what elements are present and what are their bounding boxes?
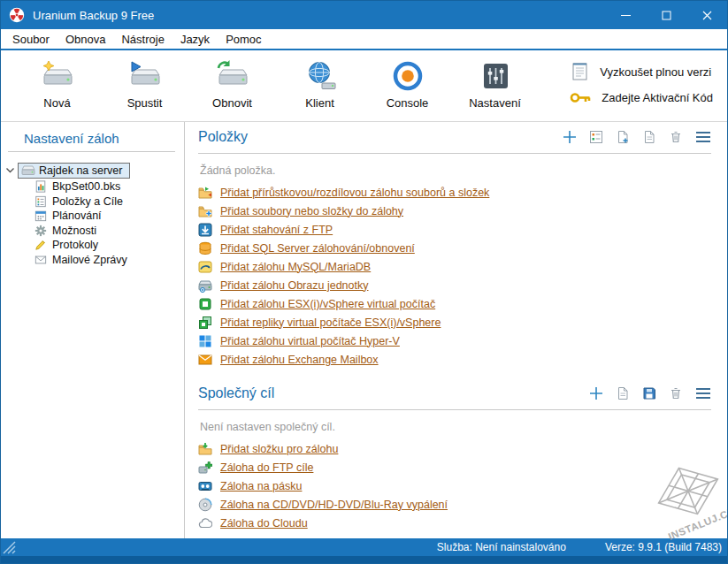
activation-code-label: Zadejte Aktivační Kód (602, 91, 713, 104)
backup-tree: Rajdek na server BkpSet00.bks (1, 161, 184, 267)
tree-item-planovani[interactable]: Plánování (1, 209, 184, 224)
client-button[interactable]: Klient (276, 57, 364, 110)
new-backup-button[interactable]: Nová (13, 57, 101, 110)
enter-activation-code-button[interactable]: Zadejte Aktivační Kód (570, 90, 713, 105)
tree-root-rajdek-na-server[interactable]: Rajdek na server (1, 161, 184, 179)
tree-root-selection: Rajdek na server (18, 163, 130, 179)
settings-button[interactable]: Nastavení (451, 57, 539, 110)
menu-item-pomoc[interactable]: Pomoc (218, 31, 269, 48)
target-empty-text: Není nastaven společný cíl. (200, 421, 711, 434)
hyperv-icon (198, 334, 212, 348)
chevron-down-icon (5, 166, 15, 174)
items-section-rule (198, 153, 711, 154)
new-document-button[interactable] (616, 130, 630, 144)
add-incremental-backup-link[interactable]: Přidat přírůstkovou/rozdílovou zálohu so… (198, 183, 489, 202)
ftp-download-icon (198, 223, 212, 237)
target-section-rule (198, 409, 711, 410)
document-button[interactable] (642, 130, 656, 144)
console-target-icon (392, 58, 424, 94)
menu-item-obnova[interactable]: Obnova (57, 31, 114, 48)
add-hyperv-backup-link[interactable]: Přidat zálohu virtual počítač Hyper-V (198, 332, 400, 350)
tree-item-bkpset[interactable]: BkpSet00.bks (1, 179, 184, 194)
window-title: Uranium Backup 9 Free (33, 9, 605, 22)
add-target-button[interactable] (589, 386, 603, 400)
tree-item-label: Položky a Cíle (52, 195, 123, 208)
toolbar-label-obnovit: Obnovit (212, 96, 252, 110)
tree-item-protokoly[interactable]: Protokoly (1, 238, 184, 253)
add-files-to-backup-link[interactable]: Přidat soubory nebo složky do zálohy (198, 202, 403, 220)
run-backup-button[interactable]: Spustit (101, 57, 188, 110)
try-full-version-button[interactable]: Vyzkoušet plnou verzi (570, 61, 713, 82)
tree-item-polozky-a-cile[interactable]: Položky a Cíle (1, 194, 184, 210)
restore-button[interactable]: Obnovit (188, 57, 276, 110)
try-full-version-label: Vyzkoušet plnou verzi (600, 65, 711, 79)
menu-item-soubor[interactable]: Soubor (4, 31, 57, 48)
target-section-toolbar (589, 386, 711, 400)
add-item-button[interactable] (563, 130, 577, 144)
target-menu-button[interactable] (695, 387, 711, 400)
sql-server-icon (198, 241, 212, 255)
tree-item-mailove-zpravy[interactable]: Mailové Zprávy (1, 253, 184, 268)
add-mysql-backup-link[interactable]: Přidat zálohu MySQL/MariaDB (198, 257, 371, 276)
tree-item-moznosti[interactable]: Možnosti (1, 224, 184, 239)
close-button[interactable] (686, 1, 727, 29)
list-view-button[interactable] (589, 130, 603, 144)
schedule-calendar-icon (34, 210, 47, 222)
version-status: Verze: 9.9.1 (Build 7483) (605, 541, 722, 553)
add-sql-server-backup-link[interactable]: Přidat SQL Server zálohování/obnovení (198, 239, 415, 257)
toolbar-label-klient: Klient (305, 96, 334, 110)
add-exchange-backup-link[interactable]: Přidat zálohu Exchange Mailbox (198, 350, 379, 369)
console-button[interactable]: Console (364, 57, 451, 110)
exchange-icon (198, 353, 212, 367)
add-esx-replica-link[interactable]: Přidat repliky virtual počítače ESX(i)/v… (198, 313, 441, 332)
maximize-button[interactable] (646, 1, 686, 29)
menu-item-nastroje[interactable]: Nástroje (113, 31, 172, 48)
delete-item-button[interactable] (669, 130, 683, 144)
items-menu-button[interactable] (695, 131, 711, 143)
cloud-backup-link[interactable]: Záloha do Cloudu (198, 514, 308, 532)
ftp-target-link[interactable]: Záloha do FTP cíle (198, 458, 313, 476)
bottom-strip (1, 556, 727, 563)
add-drive-image-backup-link[interactable]: Přidat zálohu Obrazu jednotky (198, 276, 368, 294)
target-section-header: Společný cíl (198, 383, 711, 404)
run-backup-drive-icon (126, 58, 164, 94)
menu-item-jazyk[interactable]: Jazyk (172, 31, 218, 48)
add-esx-vm-backup-link[interactable]: Přidat zálohu ESX(i)/vSphere virtual poč… (198, 294, 435, 313)
statusbar: Služba: Není nainstalováno Verze: 9.9.1 … (1, 538, 727, 556)
backup-set-icon (34, 180, 47, 193)
status-texts: Služba: Není nainstalováno Verze: 9.9.1 … (437, 541, 722, 553)
items-section-toolbar (563, 130, 711, 144)
main-panel: Položky (185, 122, 727, 538)
tree-item-label: Mailové Zprávy (52, 254, 127, 266)
mysql-icon (198, 260, 212, 274)
tape-backup-link[interactable]: Záloha na pásku (198, 476, 302, 495)
sidebar-rule (8, 151, 175, 152)
ftp-target-icon (198, 461, 212, 475)
content-area: Nastavení záloh (1, 122, 727, 538)
add-backup-folder-link[interactable]: Přidat složku pro zálohu (198, 439, 338, 458)
client-globe-icon (303, 58, 337, 94)
mail-envelope-icon (34, 254, 47, 266)
options-gear-icon (34, 225, 47, 237)
resize-grip-icon (3, 541, 16, 554)
items-targets-icon (34, 195, 47, 208)
drive-image-icon (198, 278, 212, 293)
app-window: Uranium Backup 9 Free Soubor Obnova Nást… (0, 0, 728, 564)
items-links: Přidat přírůstkovou/rozdílovou zálohu so… (198, 183, 711, 369)
restore-drive-icon (214, 58, 251, 94)
settings-sliders-icon (479, 58, 511, 94)
toolbar-label-nastaveni: Nastavení (469, 96, 521, 110)
minimize-button[interactable] (605, 1, 646, 29)
disc-burn-icon (198, 498, 212, 512)
add-ftp-download-link[interactable]: Přidat stahování z FTP (198, 220, 333, 239)
disc-burn-link[interactable]: Záloha na CD/DVD/HD-DVD/Blu-Ray vypálení (198, 495, 448, 514)
delete-target-button[interactable] (669, 386, 683, 400)
tape-icon (198, 479, 212, 493)
tree-item-label: Plánování (52, 210, 102, 222)
tree-item-label: Možnosti (52, 225, 96, 237)
save-target-button[interactable] (642, 386, 656, 400)
notepad-icon (570, 61, 589, 82)
app-logo-icon (9, 7, 25, 23)
target-document-button[interactable] (616, 386, 630, 400)
incremental-backup-icon (198, 186, 212, 200)
